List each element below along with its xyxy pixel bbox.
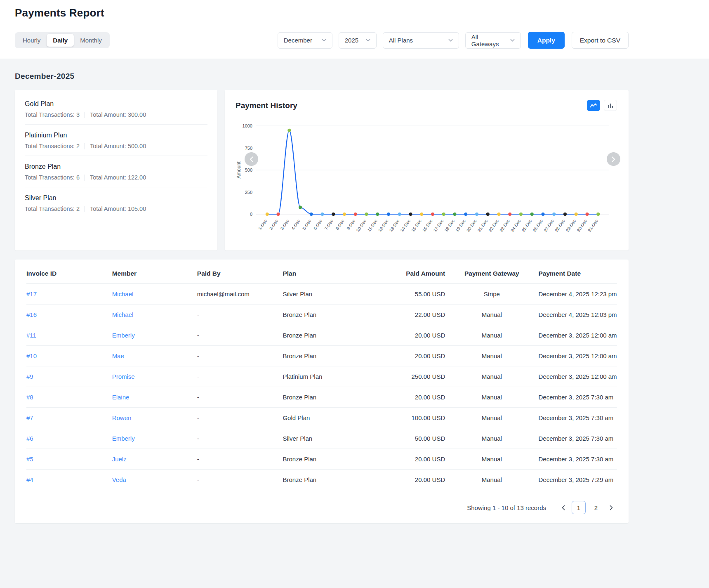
member-link[interactable]: Emberly [112,332,135,339]
tab-monthly[interactable]: Monthly [74,34,108,47]
tab-daily[interactable]: Daily [47,34,74,47]
month-select[interactable]: December [278,32,332,49]
plan-amount: Total Amount: 105.00 [90,205,146,212]
member-link[interactable]: Rowen [112,414,132,421]
table-row: #11Emberly-Bronze Plan20.00 USDManualDec… [26,325,617,346]
chart-prev-button[interactable] [245,152,258,166]
interval-tabs: Hourly Daily Monthly [15,32,110,48]
paid-amount-cell: 20.00 USD [368,387,445,408]
paid-by-cell: - [197,366,283,387]
pagination-page-2[interactable]: 2 [589,501,603,514]
paid-amount-cell: 250.00 USD [368,366,445,387]
pagination-page-1[interactable]: 1 [572,501,586,514]
invoice-link[interactable]: #6 [26,435,33,442]
tab-hourly[interactable]: Hourly [16,34,47,47]
plans-select[interactable]: All Plans [383,32,459,49]
invoice-link[interactable]: #7 [26,414,33,421]
member-link[interactable]: Elaine [112,394,130,401]
payment-date-cell: December 3, 2025 7:30 am [538,408,617,428]
paid-by-cell: - [197,387,283,408]
paid-by-cell: - [197,449,283,470]
plan-amount: Total Amount: 300.00 [90,111,146,118]
plan-summary-list: Gold PlanTotal Transactions: 3Total Amou… [25,93,207,218]
year-select[interactable]: 2025 [339,32,377,49]
export-csv-button[interactable]: Export to CSV [572,32,629,49]
line-chart-icon [590,103,597,109]
member-link[interactable]: Juelz [112,456,127,463]
chevron-down-icon [366,39,370,42]
page-title: Payments Report [15,7,629,19]
invoice-link[interactable]: #8 [26,394,33,401]
payment-date-cell: December 3, 2025 7:30 am [538,449,617,470]
plan-cell: Bronze Plan [283,305,368,325]
plan-summary-item: Platinium PlanTotal Transactions: 2Total… [25,125,207,156]
plan-summary-item: Silver PlanTotal Transactions: 2Total Am… [25,187,207,218]
col-paid-amount: Paid Amount [368,261,445,284]
invoice-link[interactable]: #17 [26,290,37,298]
svg-text:9-Dec: 9-Dec [345,218,356,231]
member-link[interactable]: Veda [112,476,126,483]
plan-name: Platinium Plan [25,132,207,139]
invoice-link[interactable]: #9 [26,373,33,380]
table-row: #5Juelz-Bronze Plan20.00 USDManualDecemb… [26,449,617,470]
plan-name: Gold Plan [25,100,207,108]
table-row: #7Rowen-Gold Plan100.00 USDManualDecembe… [26,408,617,428]
paid-amount-cell: 55.00 USD [368,284,445,305]
payment-history-card: Payment History 025050075010001-Dec2-Dec… [225,90,629,250]
divider [85,175,85,181]
paid-by-cell: - [197,325,283,346]
member-link[interactable]: Michael [112,311,134,318]
chart-title: Payment History [236,101,297,110]
member-link[interactable]: Michael [112,290,134,298]
divider [85,112,85,118]
plan-summary-item: Gold PlanTotal Transactions: 3Total Amou… [25,93,207,125]
invoice-link[interactable]: #16 [26,311,37,318]
plan-stats: Total Transactions: 2Total Amount: 500.0… [25,143,207,149]
plan-cell: Bronze Plan [283,387,368,408]
svg-text:25-Dec: 25-Dec [521,218,532,233]
pagination-prev-button[interactable] [558,503,568,513]
svg-text:2-Dec: 2-Dec [268,218,279,231]
svg-text:28-Dec: 28-Dec [554,218,565,233]
payments-table: Invoice ID Member Paid By Plan Paid Amou… [26,261,617,490]
member-link[interactable]: Mae [112,352,124,359]
chart-next-button[interactable] [607,152,620,166]
chart-header: Payment History [236,100,622,111]
chart-type-toggles [587,100,617,111]
svg-text:29-Dec: 29-Dec [565,218,577,233]
paid-amount-cell: 22.00 USD [368,305,445,325]
chevron-right-icon [612,156,615,162]
paid-by-cell: - [197,470,283,490]
invoice-link[interactable]: #11 [26,332,36,339]
svg-text:20-Dec: 20-Dec [465,218,477,233]
svg-text:31-Dec: 31-Dec [587,218,599,233]
plan-cell: Silver Plan [283,428,368,449]
plan-amount: Total Amount: 122.00 [90,174,146,181]
member-link[interactable]: Promise [112,373,135,380]
apply-button[interactable]: Apply [528,32,565,49]
filter-bar: December 2025 All Plans All Gateways App… [278,32,629,49]
payment-date-cell: December 3, 2025 7:30 am [538,428,617,449]
plan-transactions: Total Transactions: 2 [25,205,80,212]
plan-transactions: Total Transactions: 6 [25,174,80,181]
invoice-link[interactable]: #10 [26,352,37,359]
pagination-next-button[interactable] [606,503,616,513]
paid-by-cell: - [197,408,283,428]
pagination: Showing 1 - 10 of 13 records 12 [26,501,617,514]
member-link[interactable]: Emberly [112,435,135,442]
line-chart-toggle[interactable] [587,100,600,111]
gateways-select[interactable]: All Gateways [465,32,521,49]
plan-name: Silver Plan [25,194,207,202]
paid-by-cell: michael@mail.com [197,284,283,305]
paid-amount-cell: 20.00 USD [368,449,445,470]
paid-by-cell: - [197,305,283,325]
invoice-link[interactable]: #4 [26,476,33,483]
svg-text:7-Dec: 7-Dec [323,218,334,231]
table-header-row: Invoice ID Member Paid By Plan Paid Amou… [26,261,617,284]
bar-chart-icon [608,103,613,109]
gateway-cell: Manual [445,449,538,470]
invoice-link[interactable]: #5 [26,456,33,463]
chevron-down-icon [322,39,326,42]
col-payment-date: Payment Date [538,261,617,284]
bar-chart-toggle[interactable] [604,100,617,111]
